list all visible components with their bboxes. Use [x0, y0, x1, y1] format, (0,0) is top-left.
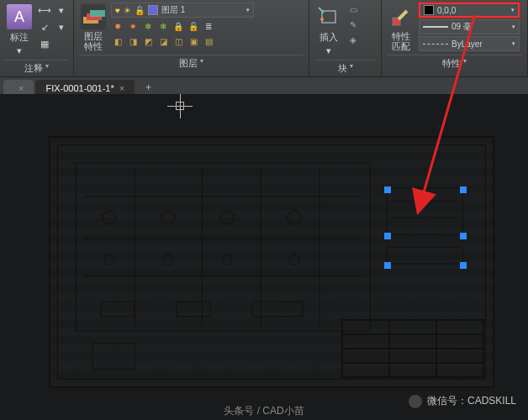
watermark: 微信号：CADSKILL [409, 394, 516, 408]
layer-combo[interactable]: ♥ ☀ 🔓 图层 1 ▾ [111, 3, 254, 18]
insert-label: 插入 [319, 31, 338, 44]
chevron-down-icon: ▾ [246, 7, 250, 13]
close-icon[interactable]: × [18, 83, 24, 93]
annotate-button[interactable]: A 标注 ▾ [5, 3, 34, 58]
drawing-sheet [49, 136, 494, 388]
dropdown-icon[interactable]: ▾ [54, 3, 69, 18]
svg-rect-30 [387, 247, 462, 264]
svg-rect-2 [90, 10, 105, 17]
wechat-icon [409, 395, 422, 408]
svg-rect-25 [252, 302, 303, 317]
svg-rect-24 [177, 302, 210, 317]
selection-grip[interactable] [384, 186, 391, 193]
chevron-down-icon: ▾ [200, 57, 203, 70]
svg-rect-23 [101, 302, 135, 317]
block-tools: ▭ ✎ ◈ [346, 3, 360, 46]
lineweight-icon [423, 26, 448, 28]
lock-icon: 🔓 [135, 6, 145, 15]
panel-title-annotate[interactable]: 注释 ▾ [5, 60, 68, 75]
sun-icon: ☀ [124, 6, 131, 15]
layer-properties-label: 图层 特性 [84, 31, 103, 51]
svg-point-21 [222, 255, 232, 265]
layer-new-icon[interactable]: ▤ [202, 34, 215, 48]
source-credit: 头条号 / CAD小苗 [224, 404, 304, 418]
layer-properties-button[interactable]: 图层 特性 [79, 3, 108, 53]
chevron-down-icon: ▾ [512, 40, 515, 47]
annotate-label: 标注 [10, 31, 29, 44]
svg-point-18 [288, 211, 301, 224]
panel-title-blocks[interactable]: 块 ▾ [314, 60, 376, 75]
lineweight-value: 09 毫 [451, 21, 472, 33]
match-prop-label: 特性 匹配 [392, 31, 410, 51]
color-combo[interactable]: 0,0,0 ▾ [419, 3, 520, 18]
leader-icon[interactable]: ↙ [37, 19, 52, 34]
selection-grip[interactable] [384, 262, 391, 269]
match-properties-button[interactable]: 特性 匹配 [387, 3, 415, 53]
color-swatch [424, 5, 434, 15]
dropdown-icon[interactable]: ▾ [54, 19, 69, 34]
linetype-combo[interactable]: ByLayer ▾ [419, 36, 520, 51]
panel-title-layers[interactable]: 图层 ▾ [79, 55, 304, 70]
chevron-down-icon: ▾ [463, 57, 467, 70]
layer-thaw-icon[interactable]: ❄ [156, 19, 170, 33]
layer-name: 图层 1 [161, 4, 185, 16]
svg-rect-26 [92, 344, 135, 369]
chevron-down-icon: ▾ [17, 45, 22, 56]
layer-walk-icon[interactable]: ◩ [141, 34, 155, 48]
ribbon: A 标注 ▾ ⟷ ▾ ↙ ▾ ▦ 注释 ▾ [0, 0, 528, 77]
panel-title-properties[interactable]: 特性 ▾ [387, 55, 522, 70]
layer-del-icon[interactable]: ◫ [172, 34, 185, 48]
block-attr-icon[interactable]: ◈ [346, 33, 360, 46]
layer-copy-icon[interactable]: ▣ [187, 34, 200, 48]
new-tab-button[interactable]: ＋ [140, 78, 156, 95]
layer-match-icon[interactable]: ≣ [202, 19, 215, 33]
chevron-down-icon: ▾ [512, 24, 515, 30]
selection-grip[interactable] [384, 233, 391, 239]
block-edit-icon[interactable]: ✎ [346, 18, 360, 31]
color-value: 0,0,0 [437, 6, 456, 15]
layer-merge-icon[interactable]: ◪ [156, 34, 170, 48]
linetype-icon [423, 44, 448, 45]
linetype-value: ByLayer [451, 39, 483, 49]
svg-point-4 [320, 18, 324, 21]
title-block [341, 319, 484, 378]
panel-blocks: 插入 ▾ ▭ ✎ ◈ 块 ▾ [309, 0, 382, 76]
dim-linear-icon[interactable]: ⟷ [37, 3, 52, 18]
layer-tool-row-1: ✸ ✷ ❄ ❄ 🔒 🔓 ≣ [111, 19, 304, 33]
panel-layers: 图层 特性 ♥ ☀ 🔓 图层 1 ▾ ✸ ✷ ❄ ❄ 🔒 🔓 [74, 0, 309, 76]
svg-point-16 [161, 211, 175, 224]
drawing-canvas[interactable] [0, 94, 528, 420]
chevron-down-icon: ▾ [326, 45, 331, 56]
layer-freeze-icon[interactable]: ❄ [141, 19, 155, 33]
layer-unlock-icon[interactable]: 🔓 [187, 19, 200, 33]
selection-grip[interactable] [460, 262, 467, 269]
lineweight-combo[interactable]: 09 毫 ▾ [419, 19, 520, 34]
svg-point-20 [163, 255, 173, 265]
layer-state-icon[interactable]: ◧ [111, 34, 124, 48]
panel-properties: 特性 匹配 0,0,0 ▾ 09 毫 ▾ ByLayer ▾ [382, 0, 528, 76]
chevron-down-icon: ▾ [45, 62, 49, 75]
svg-point-22 [289, 255, 299, 265]
layer-color-swatch [148, 5, 158, 15]
svg-rect-3 [322, 11, 335, 23]
layer-off-icon[interactable]: ✸ [111, 19, 124, 33]
layer-iso-icon[interactable]: ✷ [126, 19, 140, 33]
annotate-tools: ⟷ ▾ ↙ ▾ ▦ [37, 3, 69, 51]
selection-grip[interactable] [460, 233, 467, 239]
bulb-icon: ♥ [115, 6, 120, 15]
svg-rect-27 [387, 188, 462, 234]
chevron-down-icon: ▾ [350, 62, 353, 75]
layer-lock-icon[interactable]: 🔒 [172, 19, 185, 33]
insert-block-button[interactable]: 插入 ▾ [314, 3, 343, 58]
block-create-icon[interactable]: ▭ [346, 3, 360, 16]
svg-point-17 [220, 211, 234, 224]
svg-point-19 [104, 255, 114, 265]
selection-grip[interactable] [460, 186, 467, 193]
close-icon[interactable]: × [119, 83, 124, 93]
layer-prev-icon[interactable]: ◨ [126, 34, 140, 48]
svg-point-15 [103, 211, 116, 224]
layer-tool-row-2: ◧ ◨ ◩ ◪ ◫ ▣ ▤ [111, 34, 304, 48]
chevron-down-icon: ▾ [511, 7, 515, 13]
svg-rect-7 [76, 163, 370, 331]
table-icon[interactable]: ▦ [37, 36, 52, 51]
